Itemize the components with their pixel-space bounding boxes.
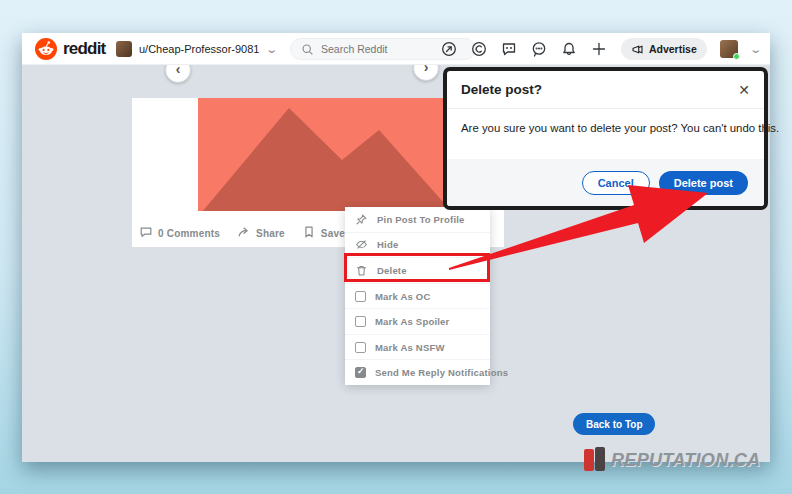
bell-icon <box>561 41 577 57</box>
menu-item-label: Mark As NSFW <box>375 342 445 353</box>
coin-icon <box>471 41 487 57</box>
user-name-label: u/Cheap-Professor-9081 <box>139 43 260 55</box>
modal-title: Delete post? <box>461 82 542 97</box>
screenshot-stage: 0 Comments Share Save Insights ••• <box>0 0 792 494</box>
popular-button[interactable] <box>441 41 458 58</box>
menu-item-label: Mark As OC <box>375 291 431 302</box>
modal-header: Delete post? ✕ <box>447 71 764 109</box>
save-label: Save <box>321 228 345 239</box>
trending-icon <box>441 41 457 57</box>
advertise-label: Advertise <box>649 43 697 55</box>
header-icon-group: Advertise ⌄ <box>441 33 760 65</box>
modal-body-text: Are you sure you want to delete your pos… <box>447 109 764 147</box>
coins-button[interactable] <box>471 41 488 58</box>
comment-icon <box>139 225 153 241</box>
checkbox-unchecked-icon[interactable] <box>355 291 366 302</box>
menu-item-label: Send Me Reply Notifications <box>375 367 508 378</box>
speech-bubble-dots-icon <box>531 41 547 57</box>
pin-icon <box>355 213 368 226</box>
post-image[interactable] <box>198 98 468 219</box>
cancel-button[interactable]: Cancel <box>582 171 650 195</box>
chat-icon <box>501 41 517 57</box>
hide-icon <box>355 238 368 251</box>
chevron-down-icon: ⌄ <box>265 44 278 55</box>
save-button[interactable]: Save <box>302 225 345 241</box>
checkbox-unchecked-icon[interactable] <box>355 316 366 327</box>
notifications-button[interactable] <box>561 41 578 58</box>
watermark: REPUTATION.CA <box>584 447 768 473</box>
modal-footer: Cancel Delete post <box>447 159 764 206</box>
reddit-wordmark: reddit <box>63 39 105 59</box>
chat-button[interactable] <box>501 41 518 58</box>
search-icon <box>301 43 314 56</box>
create-post-button[interactable] <box>591 41 608 58</box>
watermark-text: REPUTATION.CA <box>611 449 760 471</box>
user-profile-dropdown[interactable]: u/Cheap-Professor-9081 ⌄ <box>110 37 282 61</box>
user-avatar-small <box>116 41 132 57</box>
post-overflow-menu: Pin Post To Profile Hide Delete Mark As … <box>345 207 490 385</box>
snoo-icon <box>35 38 57 60</box>
share-button[interactable]: Share <box>237 225 285 241</box>
menu-item-mark-nsfw[interactable]: Mark As NSFW <box>345 334 490 360</box>
menu-item-pin-post[interactable]: Pin Post To Profile <box>345 207 490 232</box>
reputation-logo-icon <box>584 447 608 473</box>
account-avatar[interactable] <box>720 40 738 58</box>
share-label: Share <box>256 228 285 239</box>
account-chevron-down-icon[interactable]: ⌄ <box>749 44 762 55</box>
online-status-dot <box>733 53 740 60</box>
menu-item-label: Mark As Spoiler <box>375 316 449 327</box>
back-to-top-button[interactable]: Back to Top <box>573 413 655 435</box>
comments-button[interactable]: 0 Comments <box>139 225 220 241</box>
close-icon[interactable]: ✕ <box>738 82 750 98</box>
menu-item-label: Hide <box>377 239 398 250</box>
checkbox-checked-icon[interactable] <box>355 367 366 378</box>
reddit-header: reddit u/Cheap-Professor-9081 ⌄ <box>22 33 770 65</box>
messages-button[interactable] <box>531 41 548 58</box>
share-icon <box>237 225 251 241</box>
menu-item-mark-spoiler[interactable]: Mark As Spoiler <box>345 308 490 334</box>
delete-post-modal: Delete post? ✕ Are you sure you want to … <box>443 67 768 210</box>
back-to-top-label: Back to Top <box>586 419 642 430</box>
reddit-logo[interactable]: reddit <box>35 38 105 60</box>
menu-item-reply-notifications[interactable]: Send Me Reply Notifications <box>345 359 490 385</box>
annotation-highlight-box <box>344 253 490 282</box>
comments-label: 0 Comments <box>158 228 220 239</box>
delete-post-button[interactable]: Delete post <box>659 171 748 195</box>
menu-item-label: Pin Post To Profile <box>377 214 465 225</box>
checkbox-unchecked-icon[interactable] <box>355 342 366 353</box>
search-input[interactable] <box>321 43 451 55</box>
mountains-drawing <box>198 98 468 219</box>
plus-icon <box>591 41 607 57</box>
bookmark-icon <box>302 225 316 241</box>
advertise-button[interactable]: Advertise <box>621 38 707 60</box>
menu-item-mark-oc[interactable]: Mark As OC <box>345 283 490 309</box>
megaphone-icon <box>631 43 644 56</box>
